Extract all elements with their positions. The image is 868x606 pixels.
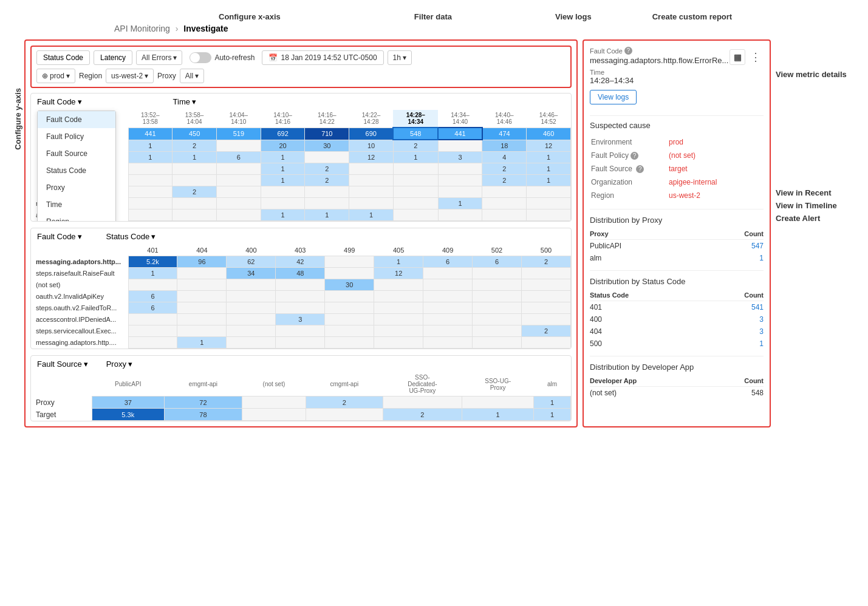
fault-code-help-icon[interactable]: ?	[624, 47, 632, 55]
time-col-10: 14:46–14:52	[527, 110, 571, 128]
view-in-recent-annotation: View in Recent	[776, 188, 856, 197]
section3-xaxis-btn[interactable]: Proxy▾	[106, 359, 132, 369]
env-val: prod	[669, 136, 762, 148]
table-row: accesscontrol.IPDeniedA... 3	[31, 314, 571, 325]
section1-yaxis-btn[interactable]: Fault Code▾	[37, 97, 82, 106]
menu-item-fault-code[interactable]: Fault Code	[38, 111, 115, 128]
configure-xaxis-annotation: Configure x-axis	[219, 12, 281, 21]
time-col-4: 14:10–14:16	[261, 110, 305, 128]
section3-yaxis-btn[interactable]: Fault Source▾	[37, 359, 88, 369]
view-logs-annotation: View logs	[555, 12, 592, 21]
more-options-btn[interactable]: ⋮	[748, 49, 764, 65]
row-label: oauth.v2.InvalidApiKey	[31, 291, 128, 302]
create-custom-report-annotation: Create custom report	[652, 12, 732, 21]
region-val: us-west-2	[669, 189, 762, 202]
list-item: PublicAPI 547	[590, 240, 764, 253]
list-item: alm 1	[590, 252, 764, 264]
time-col-3: 14:04–14:10	[216, 110, 261, 128]
table-row: Proxy 37 72 2 1	[31, 397, 571, 409]
yaxis-dropdown-menu: Fault Code Fault Policy Fault Source Sta…	[37, 111, 116, 222]
list-item: 404 3	[590, 325, 764, 338]
menu-item-status-code[interactable]: Status Code	[38, 162, 115, 179]
org-val: apigee-internal	[669, 176, 762, 188]
row-label: steps.oauth.v2.FailedToR...	[31, 302, 128, 314]
dist-proxy-section: Distribution by Proxy Proxy Count Public…	[590, 216, 764, 264]
breadcrumb: API Monitoring › Investigate	[12, 24, 856, 33]
create-alert-annotation: Create Alert	[776, 214, 856, 223]
view-in-timeline-annotation: View in Timeline	[776, 201, 856, 210]
dist-app-section: Distribution by Developer App Developer …	[590, 363, 764, 399]
table-row: steps.oauth.v2.FailedToR... 6	[31, 302, 571, 314]
chart-icon: ▦	[734, 52, 742, 62]
status-code-tab[interactable]: Status Code	[36, 50, 90, 65]
right-annotations-col: View metric details View in Recent View …	[771, 39, 856, 427]
fault-source-help-icon[interactable]: ?	[636, 165, 644, 173]
env-dropdown[interactable]: ⊕prod▾	[36, 69, 75, 83]
view-logs-button[interactable]: View logs	[590, 90, 637, 104]
row-label-target: Target	[31, 409, 92, 421]
suspected-cause-title: Suspected cause	[590, 121, 764, 130]
dist-status-section: Distribution by Status Code Status Code …	[590, 277, 764, 350]
chart-icon-btn[interactable]: ▦	[730, 49, 745, 65]
dist-app-title: Distribution by Developer App	[590, 363, 764, 372]
menu-item-fault-policy[interactable]: Fault Policy	[38, 128, 115, 145]
list-item: 400 3	[590, 313, 764, 325]
table-row: messaging.adaptors.http.... 1	[31, 337, 571, 349]
row-label: (not set)	[31, 279, 128, 291]
section2-xaxis-btn[interactable]: Status Code▾	[106, 232, 156, 241]
list-item: (not set) 548	[590, 387, 764, 400]
time-value: 14:28–14:34	[590, 76, 730, 85]
fault-policy-help-icon[interactable]: ?	[630, 152, 638, 160]
fault-policy-val: (not set)	[669, 149, 762, 162]
region-key: Region	[591, 189, 668, 202]
fault-source-key: Fault Source ?	[591, 163, 668, 175]
menu-item-fault-source[interactable]: Fault Source	[38, 145, 115, 162]
table-row: steps.servicecallout.Exec... 2	[31, 325, 571, 337]
dist-proxy-title: Distribution by Proxy	[590, 216, 764, 225]
toolbar: Status Code Latency All Errors▾ Auto-ref…	[30, 46, 572, 88]
time-col-8: 14:34–14:40	[438, 110, 482, 128]
list-item: 401 541	[590, 301, 764, 314]
duration-dropdown[interactable]: 1h▾	[388, 50, 412, 65]
list-item: 500 1	[590, 338, 764, 350]
table-row: Target 5.3k 78 2 1 1	[31, 409, 571, 421]
table-row: oauth.v2.InvalidApiKey 6	[31, 291, 571, 302]
menu-item-time[interactable]: Time	[38, 196, 115, 213]
filter-data-annotation: Filter data	[414, 12, 452, 21]
row-label: accesscontrol.IPDeniedA...	[31, 314, 128, 325]
time-label: Time	[590, 69, 730, 76]
section1: Fault Code▾ Fault Code Fault Policy Faul…	[30, 93, 572, 222]
errors-dropdown[interactable]: All Errors▾	[136, 50, 182, 65]
latency-tab[interactable]: Latency	[94, 50, 132, 65]
table-row: (not set) 30	[31, 279, 571, 291]
fault-code-label: Fault Code ?	[590, 47, 730, 55]
table-row: steps.raisefault.RaiseFault 1 34 48 12	[31, 268, 571, 279]
time-col-6: 14:22–14:28	[349, 110, 394, 128]
proxy-label: Proxy	[157, 72, 176, 80]
fault-policy-key: Fault Policy ?	[591, 149, 668, 162]
menu-item-region[interactable]: Region	[38, 213, 115, 222]
time-col-1: 13:52–13:58	[128, 110, 173, 128]
time-col-2: 13:58–14:04	[173, 110, 217, 128]
dist-status-title: Distribution by Status Code	[590, 277, 764, 286]
table-row: messaging.adaptors.http... 5.2k 96 62 42…	[31, 256, 571, 268]
section3: Fault Source▾ Proxy▾ PublicAPI emgmt-api…	[30, 355, 572, 421]
proxy-dropdown[interactable]: All▾	[180, 69, 204, 83]
section1-xaxis-btn[interactable]: Time▾	[173, 97, 196, 106]
row-label: steps.servicecallout.Exec...	[31, 325, 128, 337]
configure-yaxis-label: Configure y-axis	[13, 88, 22, 150]
status-col-401: 401	[128, 245, 177, 256]
fault-source-val: target	[669, 163, 762, 175]
menu-item-proxy[interactable]: Proxy	[38, 179, 115, 196]
section2: Fault Code▾ Status Code▾ 401 404 400 403	[30, 228, 572, 349]
row-label: messaging.adaptors.http....	[31, 337, 128, 349]
auto-refresh-toggle[interactable]: Auto-refresh	[186, 52, 258, 63]
right-panel: Fault Code ? messaging.adaptors.http.flo…	[583, 39, 771, 427]
time-col-5: 14:16–14:22	[305, 110, 349, 128]
section2-yaxis-btn[interactable]: Fault Code▾	[37, 232, 82, 241]
region-dropdown[interactable]: us-west-2▾	[106, 69, 154, 83]
date-picker[interactable]: 📅18 Jan 2019 14:52 UTC-0500	[262, 50, 383, 65]
org-key: Organization	[591, 176, 668, 188]
region-label: Region	[79, 72, 102, 80]
time-col-9: 14:40–14:46	[482, 110, 527, 128]
